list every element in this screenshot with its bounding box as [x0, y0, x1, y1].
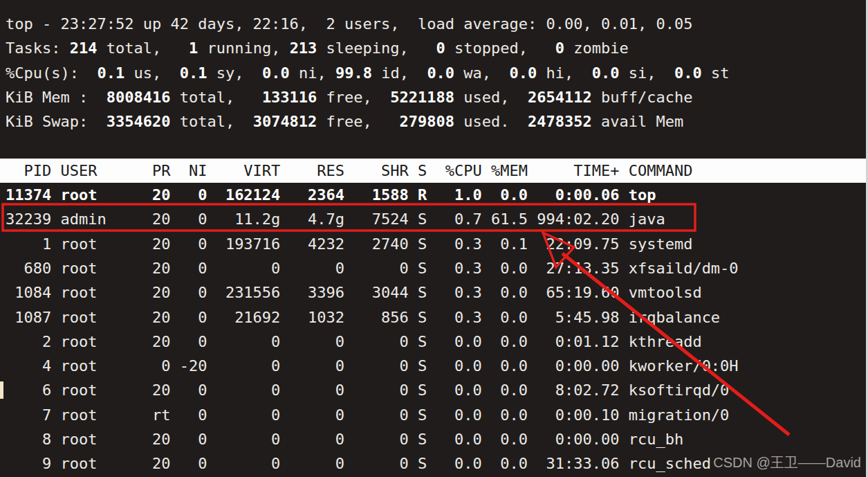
summary-value: 3074812 — [253, 113, 317, 130]
summary-value: 0.0 — [510, 64, 537, 82]
process-row-migration/0: 7 root rt 0 0 0 0 S 0.0 0.0 0:00.10 migr… — [0, 403, 868, 427]
process-row-top: 11374 root 20 0 162124 2364 1588 R 1.0 0… — [0, 183, 868, 207]
process-row-rcu_bh: 8 root 20 0 0 0 0 S 0.0 0.0 0:00.00 rcu_… — [0, 427, 868, 451]
summary-value: 1 — [189, 39, 198, 57]
summary-value: 5221188 — [390, 89, 454, 106]
process-table: 11374 root 20 0 162124 2364 1588 R 1.0 0… — [0, 183, 868, 476]
summary-text: si, — [620, 64, 674, 82]
process-row-java: 32239 admin 20 0 11.2g 4.7g 7524 S 0.7 6… — [0, 207, 868, 231]
summary-value: 2654112 — [528, 89, 592, 106]
summary-text: avail Mem — [592, 113, 683, 130]
summary-line: KiB Mem : 8008416 total, 133116 free, 52… — [0, 85, 868, 109]
summary-value: 214 — [70, 39, 98, 57]
summary-text: hi, — [537, 64, 591, 82]
process-row-kthreadd: 2 root 20 0 0 0 0 S 0.0 0.0 0:01.12 kthr… — [0, 330, 868, 354]
summary-text: used, — [454, 89, 528, 106]
summary-text: st — [702, 64, 730, 82]
summary-value: 3354620 — [107, 113, 171, 130]
summary-text: zombie — [564, 39, 629, 57]
summary-text: %Cpu(s): — [6, 64, 97, 82]
summary-text: us, — [124, 64, 179, 82]
summary-value: 0.0 — [427, 64, 454, 82]
summary-text: stopped, — [445, 39, 555, 57]
summary-text: total, — [170, 89, 261, 106]
summary-value: 0.1 — [180, 64, 207, 82]
process-table-header: PID USER PR NI VIRT RES SHR S %CPU %MEM … — [0, 159, 868, 183]
terminal-window: top - 23:27:52 up 42 days, 22:16, 2 user… — [0, 0, 868, 477]
summary-text: KiB Mem : — [6, 89, 107, 106]
summary-value: 2478352 — [528, 113, 592, 130]
summary-value: 213 — [290, 39, 317, 57]
summary-value: 0.0 — [592, 64, 620, 82]
summary-text: free, — [317, 89, 390, 106]
watermark: CSDN @王卫——David — [713, 453, 861, 472]
summary-value: 0 — [555, 39, 564, 57]
summary-line: Tasks: 214 total, 1 running, 213 sleepin… — [0, 36, 868, 60]
summary-value: 8008416 — [107, 89, 171, 106]
summary-text: top - 23:27:52 up 42 days, 22:16, 2 user… — [6, 15, 692, 33]
summary-line: KiB Swap: 3354620 total, 3074812 free, 2… — [0, 109, 868, 134]
summary-text: KiB Swap: — [6, 113, 107, 130]
summary-text: running, — [198, 39, 289, 57]
summary-text: Tasks: — [6, 39, 70, 57]
summary-text: total, — [170, 113, 252, 130]
summary-text: free, — [317, 113, 399, 130]
summary-text: ni, — [290, 64, 335, 82]
summary-value: 279808 — [400, 113, 454, 130]
summary-text: used. — [454, 113, 528, 130]
process-row-kworker/0:0H: 4 root 0 -20 0 0 0 S 0.0 0.0 0:00.00 kwo… — [0, 354, 868, 378]
summary-line: %Cpu(s): 0.1 us, 0.1 sy, 0.0 ni, 99.8 id… — [0, 61, 868, 85]
process-row-vmtoolsd: 1084 root 20 0 231556 3396 3044 S 0.3 0.… — [0, 280, 868, 305]
process-row-irqbalance: 1087 root 20 0 21692 1032 856 S 0.3 0.0 … — [0, 305, 868, 330]
summary-value: 0 — [436, 39, 445, 57]
summary-value: 99.8 — [335, 64, 372, 82]
process-row-xfsaild/dm-0: 680 root 20 0 0 0 0 S 0.3 0.0 27:13.35 x… — [0, 256, 868, 280]
summary-value: 133116 — [262, 89, 317, 106]
summary-value: 0.1 — [97, 64, 124, 82]
summary-text: total, — [97, 39, 188, 57]
process-row-ksoftirqd/0: 6 root 20 0 0 0 0 S 0.0 0.0 8:02.72 ksof… — [0, 378, 868, 402]
top-summary: top - 23:27:52 up 42 days, 22:16, 2 user… — [0, 12, 868, 134]
process-row-systemd: 1 root 20 0 193716 4232 2740 S 0.3 0.1 2… — [0, 232, 868, 256]
blank-line — [0, 134, 868, 158]
edge-cursor-artifact — [0, 381, 3, 399]
summary-line: top - 23:27:52 up 42 days, 22:16, 2 user… — [0, 12, 868, 36]
summary-text: buff/cache — [592, 89, 693, 106]
summary-value: 0.0 — [674, 64, 702, 82]
summary-text: wa, — [454, 64, 509, 82]
summary-value: 0.0 — [262, 64, 290, 82]
summary-text: sy, — [207, 64, 261, 82]
summary-text: sleeping, — [317, 39, 436, 57]
summary-text: id, — [372, 64, 427, 82]
